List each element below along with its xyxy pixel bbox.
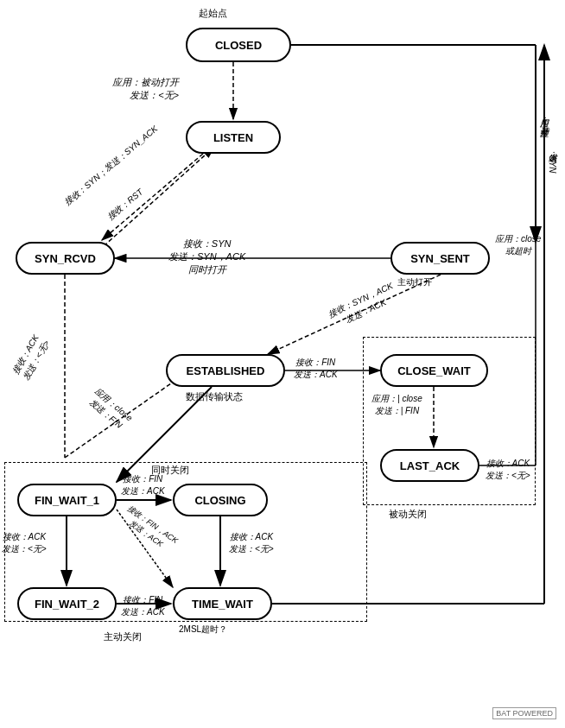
watermark: BAT POWERED xyxy=(492,707,556,719)
state-closed: CLOSED xyxy=(186,28,291,62)
label-app-close-send-fin: 应用：| close 发送：| FIN xyxy=(371,393,422,417)
label-data-transfer: 数据传输状态 xyxy=(186,390,243,403)
label-passive-open: 应用：被动打开 发送：<无> xyxy=(112,76,179,102)
label-simultaneous-close: 同时关闭 xyxy=(151,464,189,477)
label-rcv-syn-send-syn-ack: 接收：SYN；发送：SYN_ACK xyxy=(62,123,161,209)
label-app-close-fin: 应用：close 发送：FIN xyxy=(84,385,135,434)
state-fin-wait-2: FIN_WAIT_2 xyxy=(17,587,117,620)
label-active-close: 主动关闭 xyxy=(104,630,142,643)
state-syn-sent: SYN_SENT xyxy=(390,242,490,275)
state-listen: LISTEN xyxy=(186,121,281,154)
state-established: ESTABLISHED xyxy=(166,354,285,387)
label-start-point: 起始点 xyxy=(199,7,227,20)
label-rcv-fin-send-ack: 接收：FIN 发送：ACK xyxy=(294,357,338,381)
label-rcv-rst: 接收：RST xyxy=(105,187,145,224)
label-active-open: 应用：主动打开 xyxy=(537,112,549,121)
label-rcv-syn-ack: 接收：SYN，ACK 发送：ACK xyxy=(327,280,400,332)
state-close-wait: CLOSE_WAIT xyxy=(380,354,488,387)
state-time-wait: TIME_WAIT xyxy=(173,587,272,620)
state-fin-wait-1: FIN_WAIT_1 xyxy=(17,484,117,516)
label-rcv-ack-closing: 接收：ACK 发送：<无> xyxy=(229,531,274,555)
label-rcv-ack-last: 接收：ACK 发送：<无> xyxy=(486,458,530,482)
label-passive-close: 被动关闭 xyxy=(389,508,427,521)
state-syn-rcvd: SYN_RCVD xyxy=(16,242,115,275)
label-rcv-ack-send-nothing: 接收：ACK 发送：<无> xyxy=(10,332,53,383)
label-rcv-ack-fw1: 接收：ACK 发送：<无> xyxy=(2,531,47,555)
label-active-open-2: 主动打开 xyxy=(397,276,432,288)
label-close-or-timeout: 应用：close 或超时 xyxy=(495,233,541,257)
label-rcv-fin-fw1: 接收：FIN 发送：ACK xyxy=(121,473,165,497)
state-closing: CLOSING xyxy=(173,484,268,516)
label-rcv-fin-fw2: 接收：FIN 发送：ACK xyxy=(121,594,165,618)
tcp-state-diagram: CLOSED LISTEN SYN_RCVD SYN_SENT ESTABLIS… xyxy=(0,0,565,728)
label-send-syn: 发送：SYN xyxy=(546,147,558,174)
state-last-ack: LAST_ACK xyxy=(380,449,479,482)
label-2msl: 2MSL超时？ xyxy=(179,624,227,636)
label-rcv-syn-2: 接收：SYN 发送：SYN，ACK 同时打开 xyxy=(168,237,245,276)
